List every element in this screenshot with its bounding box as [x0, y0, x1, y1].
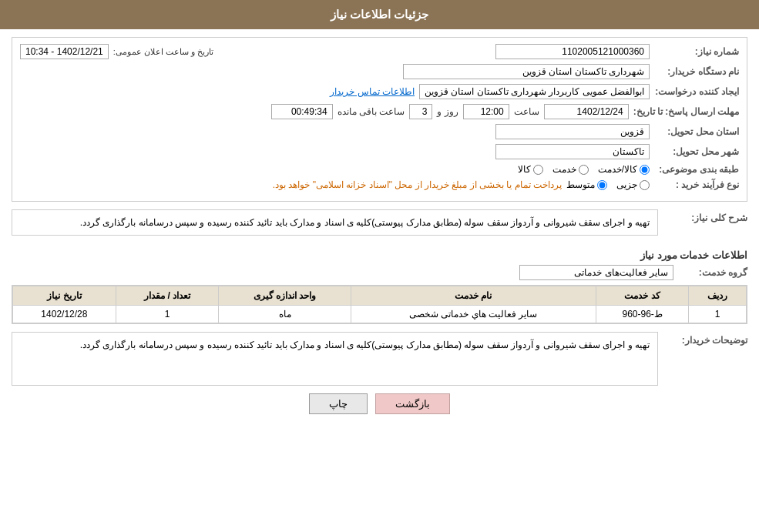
row-delivery-city: شهر محل تحویل: تاکستان — [20, 144, 739, 159]
category-radio-kala-khedmat[interactable] — [640, 165, 650, 175]
page-header: جزئیات اطلاعات نیاز — [0, 0, 759, 29]
buyer-desc-row: توضیحات خریدار: تهیه و اجرای سقف شیروانی… — [12, 332, 747, 386]
row-general-desc: شرح کلی نیاز: تهیه و اجرای سقف شیروانی و… — [12, 209, 747, 243]
page-wrapper: جزئیات اطلاعات نیاز شماره نیاز: 11020051… — [0, 0, 759, 532]
row-need-number: شماره نیاز: 1102005121000360 تاریخ و ساع… — [20, 44, 739, 59]
col-service-name: نام خدمت — [351, 286, 596, 306]
buyer-desc-box: تهیه و اجرای سقف شیروانی و آردواز سقف سو… — [12, 332, 658, 386]
services-table-section: ردیف کد خدمت نام خدمت واحد اندازه گیری ت… — [12, 285, 747, 324]
delivery-city-value: تاکستان — [495, 144, 650, 159]
days-count: 3 — [409, 104, 432, 119]
table-row: 1 ط-96-960 سایر فعالیت هاي خدماتی شخصی م… — [13, 306, 747, 323]
main-content: شماره نیاز: 1102005121000360 تاریخ و ساع… — [0, 29, 759, 430]
delivery-province-label: استان محل تحویل: — [654, 126, 739, 137]
contact-link[interactable]: اطلاعات تماس خریدار — [330, 86, 415, 97]
purchase-type-option-jozi[interactable]: جزیی — [616, 179, 650, 190]
purchase-type-radio-motavasset[interactable] — [597, 180, 607, 190]
cell-service-name: سایر فعالیت هاي خدماتی شخصی — [351, 306, 596, 323]
category-kala-khedmat-label: کالا/خدمت — [598, 164, 637, 175]
row-category: طبقه بندی موضوعی: کالا/خدمت خدمت کالا — [20, 164, 739, 175]
category-option-kala-khedmat[interactable]: کالا/خدمت — [598, 164, 650, 175]
deadline-label: مهلت ارسال پاسخ: تا تاریخ: — [633, 106, 739, 117]
category-option-kala[interactable]: کالا — [518, 164, 543, 175]
remaining-label: ساعت باقی مانده — [338, 106, 405, 117]
purchase-type-option-motavasset[interactable]: متوسط — [566, 179, 607, 190]
category-khedmat-label: خدمت — [552, 164, 576, 175]
general-desc-label: شرح کلی نیاز: — [663, 209, 747, 223]
category-radio-kala[interactable] — [533, 165, 543, 175]
service-group-label: گروه خدمت: — [678, 267, 747, 278]
info-section: شماره نیاز: 1102005121000360 تاریخ و ساع… — [12, 37, 747, 202]
row-buyer-org: نام دستگاه خریدار: شهرداری تاکستان استان… — [20, 64, 739, 79]
buyer-org-label: نام دستگاه خریدار: — [654, 66, 739, 77]
deadline-date: 1402/12/24 — [544, 104, 629, 119]
cell-date: 1402/12/28 — [13, 306, 116, 323]
deadline-time: 12:00 — [463, 104, 509, 119]
row-purchase-type: نوع فرآیند خرید : جزیی متوسط پرداخت تمام… — [20, 179, 739, 190]
category-kala-label: کالا — [518, 164, 531, 175]
buttons-row: بازگشت چاپ — [12, 393, 747, 414]
category-radio-group: کالا/خدمت خدمت کالا — [518, 164, 650, 175]
category-label: طبقه بندی موضوعی: — [654, 164, 739, 175]
col-row-number: ردیف — [689, 286, 747, 306]
buyer-desc-label: توضیحات خریدار: — [663, 332, 747, 346]
purchase-type-jozi-label: جزیی — [616, 179, 637, 190]
col-date: تاریخ نیاز — [13, 286, 116, 306]
table-header-row: ردیف کد خدمت نام خدمت واحد اندازه گیری ت… — [13, 286, 747, 306]
creator-value: ابوالفضل عمویی کاربردار شهرداری تاکستان … — [419, 84, 650, 99]
row-deadline: مهلت ارسال پاسخ: تا تاریخ: 1402/12/24 سا… — [20, 104, 739, 119]
service-group-row: گروه خدمت: سایر فعالیت‌های خدماتی — [12, 265, 747, 280]
cell-service-code: ط-96-960 — [596, 306, 688, 323]
announcement-value: 1402/12/21 - 10:34 — [20, 44, 109, 59]
cell-row-number: 1 — [689, 306, 747, 323]
general-desc-box: تهیه و اجرای سقف شیروانی و آردواز سقف سو… — [12, 209, 658, 236]
category-radio-khedmat[interactable] — [579, 165, 589, 175]
need-number-label: شماره نیاز: — [654, 46, 739, 57]
print-button[interactable]: چاپ — [309, 393, 368, 414]
row-delivery-province: استان محل تحویل: قزوین — [20, 124, 739, 139]
deadline-time-label: ساعت — [514, 106, 539, 117]
purchase-type-radio-jozi[interactable] — [640, 180, 650, 190]
row-creator: ایجاد کننده درخواست: ابوالفضل عمویی کارب… — [20, 84, 739, 99]
purchase-type-radio-group: جزیی متوسط — [566, 179, 650, 190]
cell-unit: ماه — [219, 306, 351, 323]
category-option-khedmat[interactable]: خدمت — [552, 164, 589, 175]
purchase-type-note: پرداخت تمام یا بخشی از مبلغ خریدار از مح… — [273, 179, 562, 190]
remaining-time: 00:49:34 — [271, 104, 333, 119]
days-label: روز و — [437, 106, 458, 117]
col-service-code: کد خدمت — [596, 286, 688, 306]
delivery-province-value: قزوین — [495, 124, 650, 139]
need-number-value: 1102005121000360 — [495, 44, 650, 59]
services-table: ردیف کد خدمت نام خدمت واحد اندازه گیری ت… — [12, 286, 747, 323]
purchase-type-label: نوع فرآیند خرید : — [654, 179, 739, 190]
delivery-city-label: شهر محل تحویل: — [654, 146, 739, 157]
cell-quantity: 1 — [116, 306, 219, 323]
announcement-label: تاریخ و ساعت اعلان عمومی: — [113, 47, 213, 57]
purchase-type-motavasset-label: متوسط — [566, 179, 595, 190]
col-unit: واحد اندازه گیری — [219, 286, 351, 306]
services-section-title: اطلاعات خدمات مورد نیاز — [12, 249, 747, 261]
col-quantity: تعداد / مقدار — [116, 286, 219, 306]
back-button[interactable]: بازگشت — [375, 393, 450, 414]
creator-label: ایجاد کننده درخواست: — [654, 86, 739, 97]
page-title: جزئیات اطلاعات نیاز — [331, 8, 428, 21]
service-group-value: سایر فعالیت‌های خدماتی — [519, 265, 673, 280]
buyer-org-value: شهرداری تاکستان استان قزوین — [403, 64, 650, 79]
